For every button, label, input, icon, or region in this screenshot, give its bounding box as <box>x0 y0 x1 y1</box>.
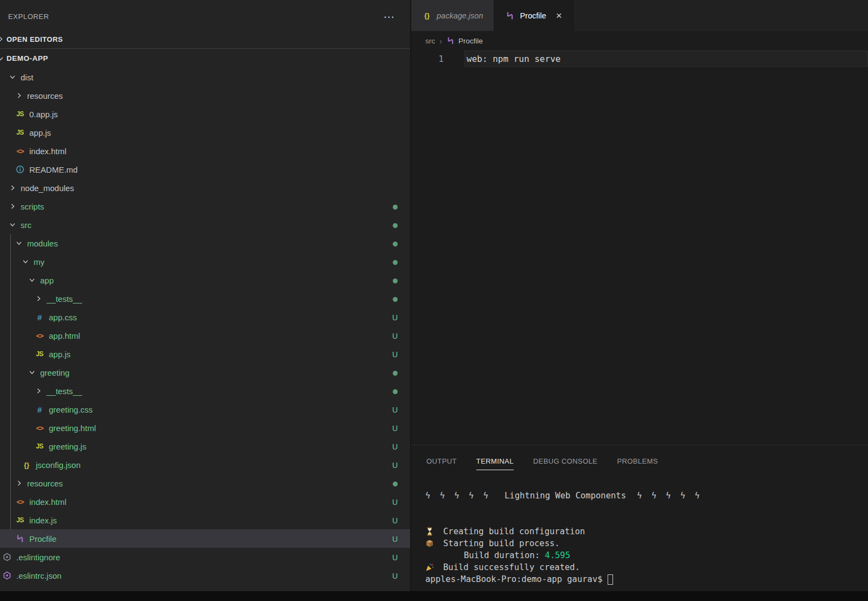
tree-file-app-js[interactable]: JSapp.js <box>0 123 410 142</box>
workspace-root[interactable]: DEMO-APP <box>0 49 410 68</box>
git-untracked-badge: U <box>391 553 399 562</box>
explorer-title: EXPLORER <box>8 12 49 21</box>
terminal-line: Starting build process. <box>425 537 868 549</box>
tree-item-label: scripts <box>21 202 44 211</box>
tree-file-readme-md[interactable]: README.md <box>0 160 410 179</box>
editor-tab-package-json[interactable]: {}package.json <box>411 0 494 31</box>
tree-folder-modules[interactable]: modules <box>0 234 410 252</box>
tree-folder--tests-[interactable]: __tests__ <box>0 382 410 400</box>
tree-file-greeting-js[interactable]: JSgreeting.jsU <box>0 437 410 456</box>
tree-file-0-app-js[interactable]: JS0.app.js <box>0 105 410 123</box>
terminal-prompt[interactable]: apples-MacBook-Pro:demo-app gaurav$ <box>425 573 868 585</box>
open-editors-label: OPEN EDITORS <box>7 35 63 43</box>
js-file-icon: JS <box>15 516 25 524</box>
git-untracked-badge: U <box>391 313 399 322</box>
panel-tab-output[interactable]: OUTPUT <box>426 457 457 470</box>
close-tab-icon[interactable]: × <box>556 10 562 21</box>
chevron-right-icon <box>35 387 42 395</box>
panel-tab-debug-console[interactable]: DEBUG CONSOLE <box>533 457 598 470</box>
js-file-icon: JS <box>15 110 25 118</box>
more-actions-icon[interactable]: ⋯ <box>384 10 395 23</box>
tree-item-label: .eslintrc.json <box>16 571 61 580</box>
tree-item-label: README.md <box>29 165 78 174</box>
tree-file-app-html[interactable]: <>app.htmlU <box>0 326 410 345</box>
vscode-window: EXPLORER ⋯ OPEN EDITORS DEMO-APP distres… <box>0 0 868 591</box>
tree-item-label: index.html <box>29 147 66 156</box>
lightning-bolts-left: ϟ ϟ ϟ ϟ ϟ <box>425 490 490 502</box>
editor-tab-procfile[interactable]: Procfile× <box>494 0 573 31</box>
tree-item-label: greeting.html <box>49 423 96 433</box>
tree-file-jsconfig-json[interactable]: {}jsconfig.jsonU <box>0 456 410 474</box>
js-file-icon: JS <box>35 350 44 358</box>
git-untracked-badge: U <box>391 350 399 359</box>
git-modified-dot-badge <box>391 368 399 377</box>
git-untracked-badge: U <box>391 331 399 340</box>
tree-item-label: app.js <box>49 350 71 359</box>
tree-file-greeting-html[interactable]: <>greeting.htmlU <box>0 419 410 437</box>
terminal-text: Starting build process. <box>443 537 560 549</box>
chevron-down-icon <box>9 221 16 229</box>
file-tree: distresourcesJS0.app.jsJSapp.js<>index.h… <box>0 68 410 591</box>
party-popper-icon <box>425 563 437 572</box>
tree-file--eslintrc-json[interactable]: .eslintrc.jsonU <box>0 566 410 585</box>
git-modified-dot-badge <box>391 220 399 230</box>
tree-folder-src[interactable]: src <box>0 216 410 234</box>
chevron-down-icon <box>0 55 4 62</box>
chevron-down-icon <box>15 239 23 247</box>
tree-item-label: resources <box>27 91 63 100</box>
editor-pane[interactable]: src›Procfile 1 web: npm run serve <box>411 31 868 445</box>
tree-file-index-js[interactable]: JSindex.jsU <box>0 511 410 529</box>
breadcrumb-separator-icon: › <box>439 36 442 46</box>
bottom-panel: OUTPUTTERMINALDEBUG CONSOLEPROBLEMS ϟ ϟ … <box>411 445 868 591</box>
git-modified-dot-badge <box>391 294 399 303</box>
chevron-down-icon <box>22 258 29 265</box>
tree-item-label: src <box>21 220 31 230</box>
git-untracked-badge: U <box>391 423 399 433</box>
heroku-file-icon <box>15 534 25 543</box>
tree-file-procfile[interactable]: ProcfileU <box>0 529 410 548</box>
code-line-row[interactable]: 1 web: npm run serve <box>411 50 868 67</box>
git-modified-dot-badge <box>391 257 399 267</box>
breadcrumb-folder[interactable]: src <box>425 37 435 45</box>
chevron-right-icon <box>15 92 23 99</box>
tree-file-app-js[interactable]: JSapp.jsU <box>0 345 410 363</box>
tree-folder-node-modules[interactable]: node_modules <box>0 179 410 197</box>
tree-file-greeting-css[interactable]: #greeting.cssU <box>0 400 410 419</box>
chevron-right-icon <box>15 479 23 487</box>
tree-folder-app[interactable]: app <box>0 271 410 289</box>
tree-folder-scripts[interactable]: scripts <box>0 197 410 216</box>
tree-item-label: greeting.css <box>49 405 93 414</box>
tree-item-label: index.html <box>29 497 66 507</box>
git-untracked-badge: U <box>391 534 399 543</box>
terminal-output[interactable]: ϟ ϟ ϟ ϟ ϟLightning Web Componentsϟ ϟ ϟ ϟ… <box>411 478 868 585</box>
tree-folder-dist[interactable]: dist <box>0 68 410 86</box>
git-untracked-badge: U <box>391 405 399 414</box>
tree-folder-greeting[interactable]: greeting <box>0 363 410 382</box>
json-file-icon: {} <box>422 11 432 20</box>
terminal-cursor <box>608 574 613 585</box>
workspace-root-label: DEMO-APP <box>7 54 48 62</box>
tree-folder-resources[interactable]: resources <box>0 86 410 105</box>
tree-file-index-html[interactable]: <>index.htmlU <box>0 492 410 511</box>
tab-label: package.json <box>437 11 483 20</box>
terminal-line: Build duration: 4.595 <box>425 549 868 561</box>
line-number: 1 <box>411 50 444 67</box>
tree-file--eslintignore[interactable]: .eslintignoreU <box>0 548 410 566</box>
git-untracked-badge: U <box>391 442 399 451</box>
tree-file-app-css[interactable]: #app.cssU <box>0 308 410 326</box>
tree-item-label: greeting <box>40 368 69 377</box>
terminal-blank-line <box>425 502 868 514</box>
json-file-icon: {} <box>22 461 31 469</box>
tree-folder-my[interactable]: my <box>0 252 410 271</box>
terminal-text: Build successfully created. <box>443 561 580 573</box>
terminal-text: Build duration: <box>464 549 545 561</box>
panel-tab-problems[interactable]: PROBLEMS <box>617 457 658 470</box>
breadcrumb-file[interactable]: Procfile <box>458 37 483 45</box>
package-icon <box>425 539 437 548</box>
tree-folder-resources[interactable]: resources <box>0 474 410 492</box>
tree-file-index-html[interactable]: <>index.html <box>0 142 410 160</box>
open-editors-section[interactable]: OPEN EDITORS <box>0 30 410 49</box>
chevron-down-icon <box>9 73 16 81</box>
tree-folder--tests-[interactable]: __tests__ <box>0 289 410 308</box>
panel-tab-terminal[interactable]: TERMINAL <box>476 457 514 470</box>
